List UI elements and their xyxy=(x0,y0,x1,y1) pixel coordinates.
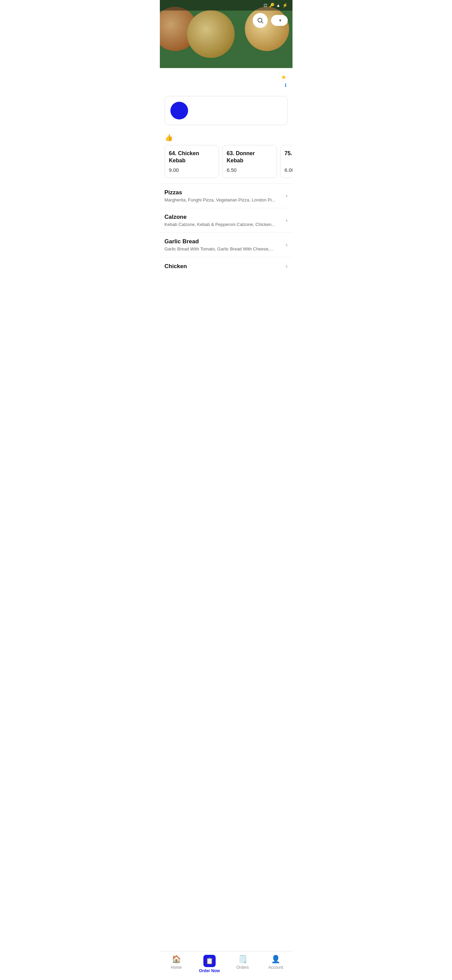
promo-badge-icon xyxy=(170,102,188,119)
star-icon: ★ xyxy=(281,73,286,81)
menu-category-name: Pizzas xyxy=(165,189,276,196)
cuisine-line: ℹ xyxy=(165,82,288,88)
rec-item-name: 63. Donner Kebab xyxy=(227,150,273,164)
recommended-item-1[interactable]: 63. Donner Kebab 6.50 xyxy=(222,145,277,178)
food-decoration-2 xyxy=(187,10,235,58)
rec-item-price: 9.00 xyxy=(169,167,215,173)
menu-category-text: Pizzas Margherita, Funghi Pizza, Vegetar… xyxy=(165,189,276,202)
recommended-scroll: 64. Chicken Kebab 9.00 63. Donner Kebab … xyxy=(160,145,292,178)
bottom-spacer xyxy=(160,275,292,306)
rec-item-name: 64. Chicken Kebab xyxy=(169,150,215,164)
menu-category-0[interactable]: Pizzas Margherita, Funghi Pizza, Vegetar… xyxy=(160,183,292,208)
order-now-icon: 📋 xyxy=(203,955,216,967)
restaurant-header: ★ xyxy=(165,73,288,81)
nav-item-home[interactable]: 🏠 Home xyxy=(160,955,193,973)
nav-item-orders[interactable]: 🗒️ Orders xyxy=(226,955,260,973)
recommended-header: 👍 xyxy=(160,129,292,145)
info-icon: ℹ xyxy=(285,82,286,88)
nav-icon-home: 🏠 xyxy=(172,955,181,964)
nav-label: Order Now xyxy=(199,969,220,973)
recommended-item-0[interactable]: 64. Chicken Kebab 9.00 xyxy=(165,145,219,178)
thumbs-up-icon: 👍 xyxy=(165,134,173,142)
menu-category-2[interactable]: Garlic Bread Garlic Bread With Tomato, G… xyxy=(160,232,292,257)
nav-label-account: Account xyxy=(268,965,283,970)
menu-category-text: Calzone Kebab Calzone, Kebab & Pepperoni… xyxy=(165,214,275,227)
svg-line-1 xyxy=(261,22,263,24)
menu-category-text: Garlic Bread Garlic Bread With Tomato, G… xyxy=(165,238,273,251)
menu-category-items: Kebab Calzone, Kebab & Pepperoni Calzone… xyxy=(165,222,275,227)
key-icon: 🔑 xyxy=(269,3,274,8)
menu-category-items: Garlic Bread With Tomato, Garlic Bread W… xyxy=(165,247,273,251)
hero-section: ⊡ 🔑 ▲ ⚡ ▼ xyxy=(160,0,292,68)
bottom-nav: 🏠 Home 📋 Order Now 🗒️ Orders 👤 Account xyxy=(160,951,292,980)
menu-category-3[interactable]: Chicken › xyxy=(160,257,292,275)
about-link[interactable]: ℹ xyxy=(285,82,288,88)
rating-block: ★ xyxy=(281,73,288,81)
chevron-right-icon: › xyxy=(286,217,288,224)
menu-category-name: Calzone xyxy=(165,214,275,221)
status-bar: ⊡ 🔑 ▲ ⚡ xyxy=(160,0,292,11)
svg-point-0 xyxy=(258,18,262,22)
delivery-toggle-button[interactable]: ▼ xyxy=(271,15,288,26)
rec-item-price: 6.00 xyxy=(285,167,292,173)
menu-list: Pizzas Margherita, Funghi Pizza, Vegetar… xyxy=(160,183,292,275)
nav-item-account[interactable]: 👤 Account xyxy=(259,955,292,973)
status-right-icons: ⊡ 🔑 ▲ ⚡ xyxy=(263,3,288,8)
promo-banner xyxy=(165,96,288,125)
nav-icon-account: 👤 xyxy=(271,955,280,964)
chevron-down-icon: ▼ xyxy=(279,18,282,22)
restaurant-info: ★ ℹ xyxy=(160,68,292,92)
menu-category-name: Garlic Bread xyxy=(165,238,273,245)
nav-label-home: Home xyxy=(171,965,182,970)
wifi-icon: ▲ xyxy=(276,3,281,8)
menu-category-text: Chicken xyxy=(165,263,187,270)
search-button[interactable] xyxy=(253,13,268,28)
search-icon xyxy=(257,17,263,24)
recommended-item-2[interactable]: 75. Doner W... 6.00 xyxy=(280,145,292,178)
nav-label-orders: Orders xyxy=(236,965,249,970)
nav-icon-orders: 🗒️ xyxy=(238,955,247,964)
menu-category-items: Margherita, Funghi Pizza, Vegetarian Piz… xyxy=(165,197,276,202)
chevron-right-icon: › xyxy=(286,192,288,199)
rec-item-price: 6.50 xyxy=(227,167,273,173)
chevron-right-icon: › xyxy=(286,263,288,270)
rec-item-name: 75. Doner W... xyxy=(285,150,292,164)
cast-icon: ⊡ xyxy=(263,3,267,8)
battery-icon: ⚡ xyxy=(282,3,288,8)
chevron-right-icon: › xyxy=(286,241,288,248)
hero-top-bar: ▼ xyxy=(253,13,288,28)
menu-category-1[interactable]: Calzone Kebab Calzone, Kebab & Pepperoni… xyxy=(160,208,292,232)
nav-item-order-now[interactable]: 📋 Order Now xyxy=(193,955,226,973)
menu-category-name: Chicken xyxy=(165,263,187,270)
